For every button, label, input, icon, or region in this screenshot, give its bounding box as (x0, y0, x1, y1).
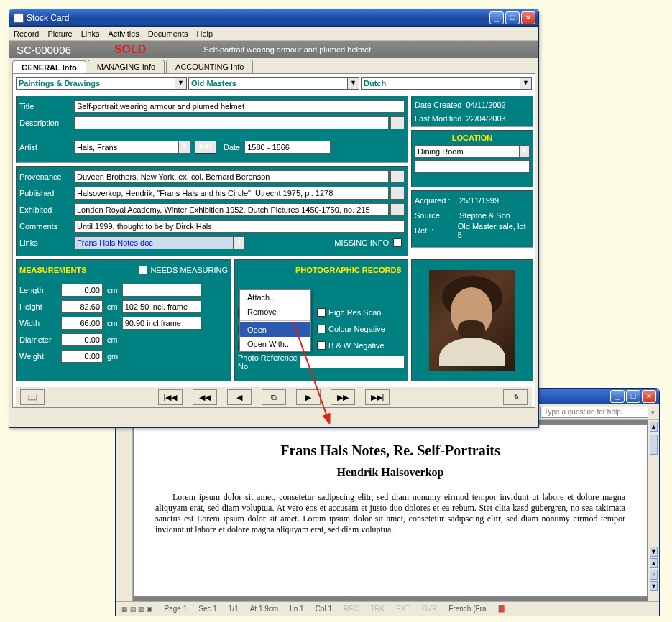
length-input[interactable] (61, 284, 103, 297)
label-bw-neg: B & W Negative (328, 341, 385, 350)
label-exhibited: Exhibited (19, 205, 74, 214)
nav-last-button[interactable]: ▶▶| (365, 389, 390, 405)
scroll-thumb[interactable] (650, 435, 658, 455)
acquired-panel: Acquired :25/11/1999 Source :Steptoe & S… (411, 190, 533, 248)
book-icon[interactable]: 📖 (20, 389, 45, 405)
label-high-res: High Res Scan (328, 308, 381, 317)
unit-weight: gm (107, 352, 118, 361)
chevron-down-icon[interactable]: ▼ (520, 77, 532, 90)
label-comments: Comments (19, 222, 74, 231)
menu-remove[interactable]: Remove (240, 305, 310, 319)
width-input[interactable] (61, 317, 103, 330)
weight-input[interactable] (61, 350, 103, 363)
browse-prev-icon[interactable]: ▲ (650, 558, 658, 568)
nav-first-button[interactable]: |◀◀ (158, 389, 183, 405)
tabstrip: GENERAL Info MANAGING Info ACCOUNTING In… (12, 60, 537, 73)
label-diameter: Diameter (19, 335, 61, 344)
tab-general[interactable]: GENERAL Info (12, 60, 86, 74)
spellcheck-icon[interactable]: 📕 (497, 605, 506, 613)
high-res-checkbox-2[interactable] (317, 308, 326, 317)
comments-input[interactable] (74, 220, 405, 233)
browse-select-icon[interactable]: ○ (650, 570, 658, 580)
title-input[interactable] (74, 100, 405, 113)
word-vertical-ruler (116, 420, 133, 601)
value-ref: Old Master sale, lot 5 (458, 222, 530, 239)
browse-next-icon[interactable]: ▼ (650, 581, 658, 591)
category-type-input[interactable] (16, 77, 175, 90)
location-input[interactable] (415, 145, 520, 158)
date-input[interactable] (244, 141, 331, 154)
bw-neg-checkbox[interactable] (317, 341, 326, 350)
status-page: Page 1 (165, 605, 188, 613)
exhibited-input[interactable] (74, 203, 389, 216)
chevron-down-icon[interactable]: ▼ (234, 236, 245, 249)
menu-open-with[interactable]: Open With... (240, 337, 310, 351)
chevron-down-icon[interactable]: ▼ (175, 77, 187, 90)
provenance-more-button[interactable]: … (390, 170, 405, 183)
word-close-button[interactable]: × (642, 390, 656, 403)
artist-combo[interactable]: ▼ (74, 141, 190, 154)
category-type-combo[interactable]: ▼ (16, 77, 187, 93)
menu-links[interactable]: Links (81, 29, 100, 38)
location-note-input[interactable] (415, 160, 530, 173)
artwork-thumbnail[interactable] (429, 270, 515, 371)
scroll-up-icon[interactable]: ▲ (650, 422, 658, 432)
label-links: Links (19, 238, 74, 247)
exhibited-more-button[interactable]: … (390, 203, 405, 216)
menu-help[interactable]: Help (196, 29, 213, 38)
menu-documents[interactable]: Documents (148, 29, 188, 38)
status-of: 1/1 (229, 605, 239, 613)
location-combo[interactable]: ▼ (415, 145, 530, 158)
provenance-input[interactable] (74, 170, 389, 183)
nav-prev-page-button[interactable]: ◀◀ (193, 389, 217, 405)
description-more-button[interactable]: … (390, 116, 405, 129)
minimize-button[interactable]: _ (489, 11, 504, 24)
status-ovr: OVR (422, 605, 438, 613)
nav-next-button[interactable]: ▶ (296, 389, 321, 405)
bio-button[interactable]: BIO (195, 141, 216, 154)
word-minimize-button[interactable]: _ (610, 390, 625, 403)
tab-managing[interactable]: MANAGING Info (88, 60, 165, 73)
artist-input[interactable] (74, 141, 179, 154)
missing-info-checkbox[interactable] (393, 238, 402, 247)
nav-copy-button[interactable]: ⧉ (262, 389, 286, 405)
chevron-down-icon[interactable]: ▼ (520, 145, 530, 158)
record-navbar: 📖 |◀◀ ◀◀ ◀ ⧉ ▶ ▶▶ ▶▶| ✎ (16, 387, 532, 407)
photo-ref-input[interactable] (300, 356, 405, 368)
category-school-combo[interactable]: ▼ (361, 77, 532, 93)
word-heading-2: Hendrik Halsoverkop (155, 466, 625, 479)
nav-prev-button[interactable]: ◀ (227, 389, 252, 405)
menu-open[interactable]: Open (240, 322, 310, 337)
description-input[interactable] (74, 116, 389, 129)
category-school-input[interactable] (361, 77, 520, 90)
word-help-input[interactable] (540, 407, 648, 418)
published-more-button[interactable]: … (390, 187, 405, 200)
word-maximize-button[interactable]: □ (626, 390, 640, 403)
diameter-input[interactable] (61, 333, 103, 346)
close-button[interactable]: × (521, 11, 535, 24)
maximize-button[interactable]: □ (505, 11, 520, 24)
menu-picture[interactable]: Picture (47, 29, 72, 38)
colour-neg-checkbox[interactable] (317, 325, 326, 333)
chevron-down-icon[interactable]: ▼ (348, 77, 359, 90)
nav-next-page-button[interactable]: ▶▶ (331, 389, 355, 405)
label-source: Source : (415, 211, 459, 220)
word-scrollbar[interactable]: ▲ ▼ ▲ ○ ▼ (648, 420, 659, 601)
links-input[interactable] (74, 236, 234, 249)
published-input[interactable] (74, 187, 389, 200)
width-note-input[interactable] (122, 317, 201, 330)
needs-measuring-checkbox[interactable] (139, 266, 147, 274)
height-input[interactable] (61, 300, 103, 313)
length-note-input[interactable] (122, 284, 201, 297)
category-period-combo[interactable]: ▼ (188, 77, 359, 93)
signature-icon[interactable]: ✎ (503, 389, 528, 405)
height-note-input[interactable] (122, 300, 201, 313)
scroll-down-icon[interactable]: ▼ (650, 547, 658, 557)
menu-attach[interactable]: Attach... (240, 290, 310, 305)
category-period-input[interactable] (188, 77, 348, 90)
menu-activities[interactable]: Activities (108, 29, 139, 38)
menu-record[interactable]: Record (14, 29, 39, 38)
chevron-down-icon[interactable]: ▼ (179, 141, 190, 154)
links-combo[interactable]: ▼ (74, 236, 245, 249)
tab-accounting[interactable]: ACCOUNTING Info (166, 60, 253, 73)
